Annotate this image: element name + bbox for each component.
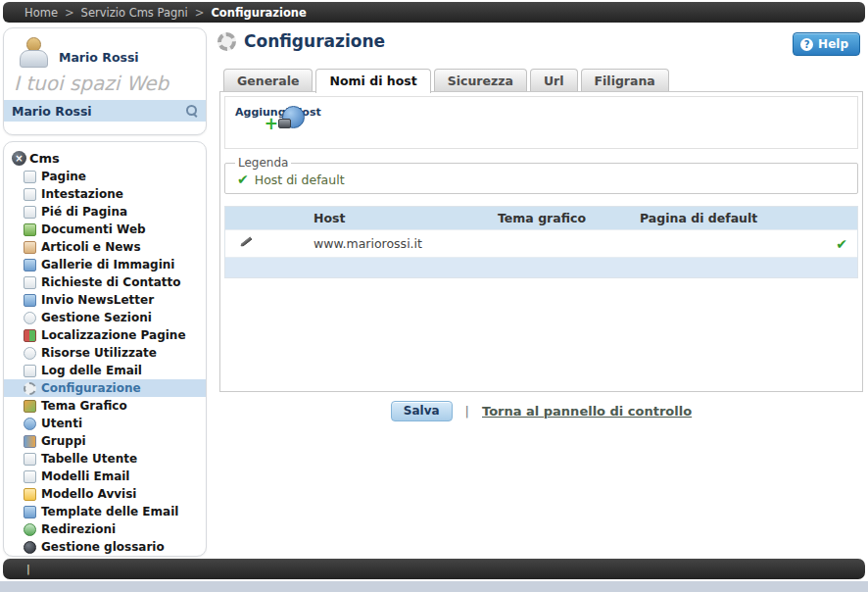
sidebar-item-label: Documenti Web (41, 222, 146, 236)
user-icon (24, 418, 36, 430)
group-icon (24, 435, 36, 448)
config-tabs: Generale Nomi di host Sicurezza Url Fili… (223, 69, 669, 91)
default-host-check-icon: ✔ (836, 236, 847, 252)
sidebar-section-cms[interactable]: × Cms (4, 149, 206, 168)
email-template-icon (24, 470, 36, 483)
sidebar-item-label: Modello Avvisi (41, 487, 136, 501)
status-cursor: | (26, 563, 30, 575)
column-host: Host (313, 211, 498, 225)
footer-icon (24, 206, 36, 219)
sidebar-item-label: Localizzazione Pagine (41, 328, 186, 342)
sidebar-item-gestione-glossario[interactable]: Gestione glossario (4, 538, 206, 556)
edit-icon[interactable] (239, 236, 253, 248)
sidebar-item-label: Intestazione (41, 187, 123, 201)
user-panel: Mario Rossi I tuoi spazi Web (3, 27, 207, 135)
back-to-control-panel-link[interactable]: Torna al pannello di controllo (482, 404, 692, 419)
sidebar-item-invio-newsletter[interactable]: Invio NewsLetter (4, 291, 206, 309)
sidebar-item-gallerie-immagini[interactable]: Gallerie di Immagini (4, 256, 206, 273)
search-icon[interactable] (186, 105, 198, 117)
sidebar-item-log-email[interactable]: Log delle Email (4, 362, 206, 379)
contact-request-icon (24, 276, 36, 289)
sidebar-section-label: Cms (29, 151, 60, 166)
sidebar-item-richieste-contatto[interactable]: Richieste di Contatto (4, 273, 206, 291)
newsletter-icon (24, 294, 36, 307)
email-layout-icon (24, 506, 36, 518)
sidebar-item-label: Tema Grafico (41, 399, 127, 413)
sidebar-item-documenti-web[interactable]: Documenti Web (4, 221, 206, 238)
sidebar-item-label: Redirezioni (41, 522, 116, 536)
sidebar-item-utenti[interactable]: Utenti (4, 415, 206, 432)
host-toolbar: + Aggiungi Host (224, 96, 858, 149)
sidebar-item-label: Articoli e News (41, 240, 141, 254)
sections-icon (24, 312, 36, 324)
sidebar-item-redirezioni[interactable]: Redirezioni (4, 520, 206, 538)
save-button[interactable]: Salva (391, 401, 453, 421)
spaces-tagline: I tuoi spazi Web (14, 72, 169, 95)
sidebar-item-risorse-utilizzate[interactable]: Risorse Utilizzate (4, 344, 206, 362)
page-title: Configurazione (244, 31, 385, 51)
breadcrumb-home[interactable]: Home (24, 6, 58, 20)
table-icon (24, 453, 36, 466)
gear-icon (217, 32, 236, 51)
tab-generale[interactable]: Generale (223, 69, 313, 91)
sidebar-item-label: Gestione glossario (41, 540, 165, 554)
page-bottom-strip (0, 581, 868, 592)
legend-item-label: Host di default (255, 173, 345, 187)
spaces-search-bar[interactable] (4, 100, 206, 122)
sidebar-menu: × Cms Pagine Intestazione Pié di Pagina … (3, 141, 207, 557)
redirect-icon (24, 523, 36, 536)
sidebar-item-template-email[interactable]: Template delle Email (4, 503, 206, 520)
breadcrumb-servizio-cms[interactable]: Servizio Cms Pagni (81, 6, 188, 20)
sidebar-item-label: Gruppi (41, 434, 86, 448)
sidebar-item-label: Configurazione (41, 381, 141, 395)
sidebar-item-modelli-email[interactable]: Modelli Email (4, 468, 206, 485)
web-documents-icon (24, 223, 36, 236)
footer-actions: Salva | Torna al pannello di controllo (219, 401, 863, 421)
theme-icon (24, 400, 36, 413)
sidebar-item-articoli-news[interactable]: Articoli e News (4, 238, 206, 256)
hosts-table: Host Tema grafico Pagina di default www.… (224, 206, 858, 278)
page-header: Configurazione (217, 31, 385, 51)
sidebar-item-gestione-sezioni[interactable]: Gestione Sezioni (4, 309, 206, 326)
tab-filigrana[interactable]: Filigrana (581, 69, 669, 91)
sidebar-item-gruppi[interactable]: Gruppi (4, 432, 206, 450)
gear-icon (24, 382, 36, 395)
sidebar-item-label: Template delle Email (41, 505, 178, 518)
check-icon: ✔ (237, 172, 249, 187)
news-icon (24, 241, 36, 254)
help-button[interactable]: ? Help (793, 32, 860, 56)
localization-icon (24, 329, 36, 342)
breadcrumb-separator: > (65, 6, 74, 20)
sidebar-item-label: Pié di Pagina (41, 205, 127, 219)
tab-nomi-di-host[interactable]: Nomi di host (315, 69, 430, 93)
user-avatar-icon (18, 37, 49, 69)
tab-url[interactable]: Url (530, 69, 578, 91)
tab-sicurezza[interactable]: Sicurezza (434, 69, 527, 91)
alert-icon (24, 488, 36, 501)
legend-title: Legenda (235, 156, 291, 170)
table-row: www.mariorossi.it ✔ (225, 229, 857, 257)
header-icon (24, 188, 36, 201)
sidebar-item-pie-di-pagina[interactable]: Pié di Pagina (4, 203, 206, 221)
question-mark-icon: ? (800, 38, 813, 51)
spaces-search-input[interactable] (12, 104, 186, 119)
sidebar-item-tema-grafico[interactable]: Tema Grafico (4, 397, 206, 415)
add-host-button[interactable]: + Aggiungi Host (235, 105, 321, 119)
sidebar-item-label: Log delle Email (41, 364, 142, 377)
sidebar-item-label: Modelli Email (41, 469, 129, 483)
column-tema-grafico: Tema grafico (498, 211, 640, 225)
sidebar-item-pagine[interactable]: Pagine (4, 168, 206, 185)
sidebar-item-label: Invio NewsLetter (41, 293, 154, 307)
help-button-label: Help (818, 37, 848, 51)
user-name: Mario Rossi (59, 50, 139, 65)
sidebar-item-intestazione[interactable]: Intestazione (4, 185, 206, 203)
sidebar-item-label: Richieste di Contatto (41, 275, 180, 289)
sidebar-item-configurazione[interactable]: Configurazione (4, 379, 206, 397)
bottom-status-bar: | (3, 559, 865, 579)
sidebar-item-modello-avvisi[interactable]: Modello Avvisi (4, 485, 206, 503)
sidebar-item-label: Tabelle Utente (41, 452, 137, 466)
breadcrumb: Home > Servizio Cms Pagni > Configurazio… (3, 2, 865, 23)
sidebar-item-tabelle-utente[interactable]: Tabelle Utente (4, 450, 206, 468)
sidebar-item-localizzazione-pagine[interactable]: Localizzazione Pagine (4, 326, 206, 344)
sidebar-item-label: Pagine (41, 170, 86, 183)
